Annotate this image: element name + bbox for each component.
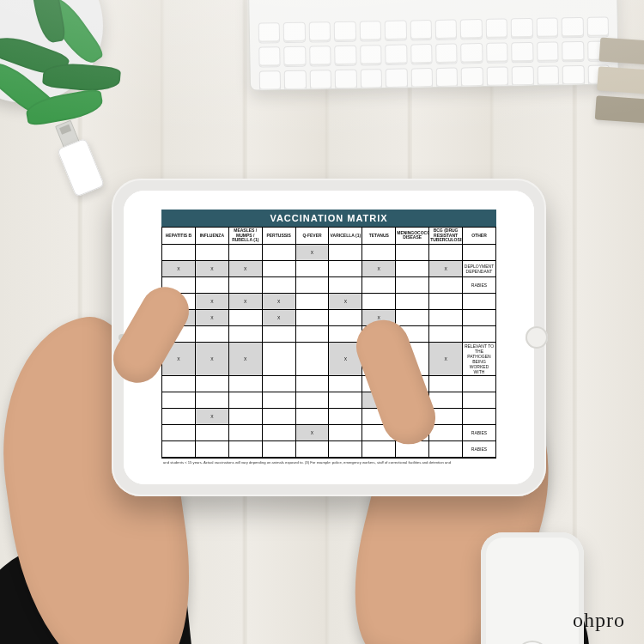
matrix-cell: X — [195, 260, 228, 276]
phone-home-button — [515, 641, 550, 644]
matrix-cell — [262, 375, 295, 392]
matrix-cell: X — [429, 260, 463, 276]
matrix-note-cell — [463, 293, 496, 309]
column-header: BCG (DRUG RESISTANT TUBERCULOSIS) — [429, 228, 463, 245]
matrix-cell — [295, 342, 329, 375]
matrix-note-cell — [463, 309, 496, 325]
matrix-note-cell — [463, 392, 496, 408]
matrix-note-cell: RABIES — [463, 424, 496, 440]
column-header: Q-FEVER — [295, 228, 329, 245]
matrix-cell — [295, 408, 329, 424]
matrix-cell — [195, 424, 228, 440]
matrix-cell — [228, 392, 262, 408]
vaccination-matrix-table: HEPATITIS BINFLUENZAMEASLES / MUMPS / RU… — [161, 227, 496, 458]
matrix-cell: X — [195, 293, 228, 309]
matrix-note-cell — [463, 408, 496, 424]
tablet-screen[interactable]: VACCINATION MATRIX HEPATITIS BINFLUENZAM… — [161, 210, 496, 465]
matrix-cell: X — [295, 424, 329, 440]
brand-watermark: ohpro — [573, 609, 625, 632]
column-header: MENINGOCOCCAL DISEASE — [396, 228, 429, 245]
matrix-cell — [228, 440, 262, 457]
table-row: XXXX — [162, 309, 496, 325]
matrix-cell — [228, 408, 262, 424]
column-header: PERTUSSIS — [262, 228, 295, 245]
matrix-cell — [429, 276, 463, 293]
matrix-cell — [195, 244, 228, 260]
matrix-cell: X — [228, 293, 262, 309]
matrix-cell — [262, 260, 295, 276]
matrix-cell — [329, 244, 362, 260]
matrix-cell — [262, 408, 295, 424]
column-header: VARICELLA (1) — [329, 228, 362, 245]
matrix-cell — [429, 375, 463, 392]
matrix-cell — [396, 260, 429, 276]
matrix-cell — [262, 244, 295, 260]
matrix-cell — [429, 309, 463, 325]
matrix-cell: X — [262, 309, 295, 325]
table-row: XRABIES — [162, 424, 496, 440]
tablet-home-button[interactable] — [526, 326, 548, 349]
matrix-cell: X — [162, 260, 196, 276]
matrix-cell — [295, 276, 329, 293]
matrix-cell — [329, 440, 362, 457]
phone-prop — [481, 532, 584, 644]
table-row: XXXXXDEPLOYMENT DEPENDANT — [162, 260, 496, 276]
matrix-cell — [195, 325, 228, 342]
matrix-cell — [228, 424, 262, 440]
matrix-cell — [295, 309, 329, 325]
matrix-cell: X — [295, 244, 329, 260]
column-header: TETANUS — [362, 228, 396, 245]
matrix-cell — [228, 309, 262, 325]
matrix-cell — [295, 440, 329, 457]
matrix-note-cell — [463, 325, 496, 342]
matrix-cell — [295, 392, 329, 408]
document-title: VACCINATION MATRIX — [161, 210, 496, 227]
matrix-cell: X — [195, 309, 228, 325]
matrix-cell — [162, 375, 196, 392]
table-row: XXXXXRELEVANT TO THE PATHOGEN BEING WORK… — [162, 342, 496, 375]
table-row — [162, 375, 496, 392]
matrix-cell: X — [228, 260, 262, 276]
footnote-line: cluding trainees and students. (5) If at… — [163, 465, 495, 465]
matrix-cell — [362, 276, 396, 293]
matrix-cell — [195, 375, 228, 392]
matrix-cell — [429, 325, 463, 342]
matrix-cell — [429, 244, 463, 260]
matrix-cell — [362, 440, 396, 457]
scene: VACCINATION MATRIX HEPATITIS BINFLUENZAM… — [0, 0, 644, 644]
matrix-cell — [262, 325, 295, 342]
matrix-cell — [162, 244, 196, 260]
column-header: OTHER — [463, 228, 496, 245]
matrix-cell: X — [329, 293, 362, 309]
column-header: HEPATITIS B — [162, 228, 196, 245]
matrix-cell — [329, 260, 362, 276]
matrix-cell — [195, 440, 228, 457]
matrix-cell — [228, 325, 262, 342]
matrix-note-cell — [463, 244, 496, 260]
matrix-cell — [162, 440, 196, 457]
matrix-cell — [429, 392, 463, 408]
matrix-cell — [162, 424, 196, 440]
keyboard-prop — [248, 0, 619, 91]
matrix-cell — [329, 276, 362, 293]
footnotes: and students < 15 years. Actual vaccinat… — [161, 458, 496, 466]
matrix-cell — [329, 424, 362, 440]
matrix-cell — [262, 424, 295, 440]
table-row: RABIES — [162, 276, 496, 293]
footnote-line: and students < 15 years. Actual vaccinat… — [163, 460, 495, 465]
matrix-cell — [362, 293, 396, 309]
plant-decoration — [0, 0, 189, 137]
matrix-cell — [195, 392, 228, 408]
matrix-cell — [396, 244, 429, 260]
matrix-cell — [162, 408, 196, 424]
matrix-cell — [262, 392, 295, 408]
matrix-cell — [262, 342, 295, 375]
matrix-cell — [295, 293, 329, 309]
matrix-cell: X — [262, 293, 295, 309]
table-row: XXXX — [162, 293, 496, 309]
matrix-cell — [195, 276, 228, 293]
matrix-cell — [329, 375, 362, 392]
table-row — [162, 325, 496, 342]
matrix-cell — [295, 325, 329, 342]
matrix-note-cell — [463, 375, 496, 392]
